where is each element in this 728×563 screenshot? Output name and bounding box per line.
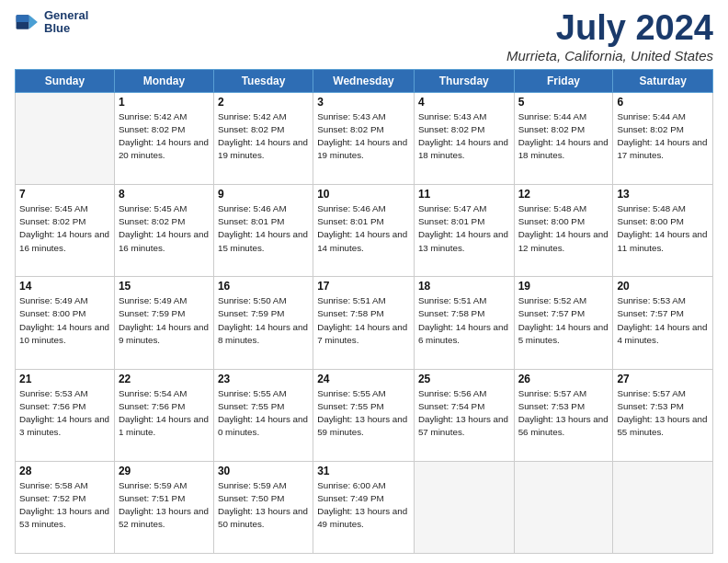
page-header: General Blue July 2024 Murrieta, Califor…: [15, 9, 713, 63]
cell-day-info: Sunrise: 5:56 AM Sunset: 7:54 PM Dayligh…: [418, 387, 510, 440]
cell-day-info: Sunrise: 5:52 AM Sunset: 7:57 PM Dayligh…: [518, 294, 609, 347]
cell-day-number: 11: [418, 188, 510, 201]
cell-day-number: 31: [317, 465, 410, 477]
cell-day-number: 27: [617, 373, 709, 385]
cell-day-info: Sunrise: 5:57 AM Sunset: 7:53 PM Dayligh…: [617, 387, 709, 440]
svg-rect-2: [17, 16, 29, 23]
calendar-cell: 11Sunrise: 5:47 AM Sunset: 8:01 PM Dayli…: [414, 185, 514, 277]
calendar-cell: 8Sunrise: 5:45 AM Sunset: 8:02 PM Daylig…: [114, 185, 213, 277]
calendar-cell: 4Sunrise: 5:43 AM Sunset: 8:02 PM Daylig…: [414, 92, 514, 184]
cell-day-number: 28: [19, 465, 110, 477]
calendar-cell: 17Sunrise: 5:51 AM Sunset: 7:58 PM Dayli…: [313, 277, 415, 369]
cell-day-number: 20: [617, 280, 709, 293]
header-day: Monday: [114, 69, 213, 92]
cell-day-number: 8: [119, 188, 210, 201]
calendar-cell: 5Sunrise: 5:44 AM Sunset: 8:02 PM Daylig…: [514, 92, 613, 184]
cell-day-info: Sunrise: 5:54 AM Sunset: 7:56 PM Dayligh…: [119, 387, 210, 440]
calendar-cell: 26Sunrise: 5:57 AM Sunset: 7:53 PM Dayli…: [514, 369, 613, 461]
cell-day-info: Sunrise: 5:51 AM Sunset: 7:58 PM Dayligh…: [418, 294, 510, 347]
calendar-cell: 1Sunrise: 5:42 AM Sunset: 8:02 PM Daylig…: [114, 92, 213, 184]
calendar-cell: 22Sunrise: 5:54 AM Sunset: 7:56 PM Dayli…: [114, 369, 213, 461]
calendar-cell: 14Sunrise: 5:49 AM Sunset: 8:00 PM Dayli…: [16, 277, 115, 369]
calendar-cell: 15Sunrise: 5:49 AM Sunset: 7:59 PM Dayli…: [114, 277, 213, 369]
cell-day-info: Sunrise: 5:50 AM Sunset: 7:59 PM Dayligh…: [218, 294, 309, 347]
title-block: July 2024 Murrieta, California, United S…: [506, 9, 713, 63]
cell-day-number: 6: [617, 96, 709, 109]
cell-day-number: 25: [418, 373, 510, 385]
header-day: Sunday: [16, 69, 115, 92]
cell-day-info: Sunrise: 5:47 AM Sunset: 8:01 PM Dayligh…: [418, 202, 510, 255]
header-day: Friday: [514, 69, 613, 92]
logo-text: General Blue: [44, 9, 88, 36]
cell-day-info: Sunrise: 5:59 AM Sunset: 7:51 PM Dayligh…: [119, 479, 210, 532]
calendar-cell: 7Sunrise: 5:45 AM Sunset: 8:02 PM Daylig…: [16, 185, 115, 277]
calendar-table: SundayMondayTuesdayWednesdayThursdayFrid…: [15, 69, 713, 554]
calendar-cell: [16, 92, 115, 184]
cell-day-info: Sunrise: 5:45 AM Sunset: 8:02 PM Dayligh…: [19, 202, 110, 255]
calendar-cell: 13Sunrise: 5:48 AM Sunset: 8:00 PM Dayli…: [613, 185, 713, 277]
cell-day-info: Sunrise: 5:48 AM Sunset: 8:00 PM Dayligh…: [617, 202, 709, 255]
header-day: Saturday: [613, 69, 713, 92]
cell-day-info: Sunrise: 5:55 AM Sunset: 7:55 PM Dayligh…: [317, 387, 410, 440]
cell-day-number: 19: [518, 280, 609, 293]
calendar-header-row: SundayMondayTuesdayWednesdayThursdayFrid…: [16, 69, 713, 92]
header-day: Tuesday: [213, 69, 313, 92]
cell-day-info: Sunrise: 5:59 AM Sunset: 7:50 PM Dayligh…: [218, 479, 309, 532]
svg-marker-1: [29, 16, 38, 30]
cell-day-number: 13: [617, 188, 709, 201]
cell-day-number: 16: [218, 280, 309, 293]
cell-day-info: Sunrise: 5:49 AM Sunset: 8:00 PM Dayligh…: [19, 294, 110, 347]
cell-day-number: 7: [19, 188, 110, 201]
calendar-week-row: 7Sunrise: 5:45 AM Sunset: 8:02 PM Daylig…: [16, 185, 713, 277]
header-day: Thursday: [414, 69, 514, 92]
calendar-cell: [414, 461, 514, 553]
cell-day-number: 24: [317, 373, 410, 385]
calendar-cell: 24Sunrise: 5:55 AM Sunset: 7:55 PM Dayli…: [313, 369, 415, 461]
calendar-cell: [514, 461, 613, 553]
calendar-cell: 23Sunrise: 5:55 AM Sunset: 7:55 PM Dayli…: [213, 369, 313, 461]
cell-day-info: Sunrise: 5:44 AM Sunset: 8:02 PM Dayligh…: [518, 110, 609, 163]
cell-day-number: 26: [518, 373, 609, 385]
calendar-cell: 25Sunrise: 5:56 AM Sunset: 7:54 PM Dayli…: [414, 369, 514, 461]
cell-day-number: 21: [19, 373, 110, 385]
header-day: Wednesday: [313, 69, 415, 92]
calendar-cell: [613, 461, 713, 553]
cell-day-number: 2: [218, 96, 309, 109]
calendar-cell: 16Sunrise: 5:50 AM Sunset: 7:59 PM Dayli…: [213, 277, 313, 369]
cell-day-number: 4: [418, 96, 510, 109]
calendar-week-row: 1Sunrise: 5:42 AM Sunset: 8:02 PM Daylig…: [16, 92, 713, 184]
cell-day-info: Sunrise: 5:42 AM Sunset: 8:02 PM Dayligh…: [119, 110, 210, 163]
cell-day-info: Sunrise: 5:42 AM Sunset: 8:02 PM Dayligh…: [218, 110, 309, 163]
cell-day-number: 22: [119, 373, 210, 385]
cell-day-number: 18: [418, 280, 510, 293]
calendar-cell: 2Sunrise: 5:42 AM Sunset: 8:02 PM Daylig…: [213, 92, 313, 184]
cell-day-info: Sunrise: 5:58 AM Sunset: 7:52 PM Dayligh…: [19, 479, 110, 532]
cell-day-info: Sunrise: 5:53 AM Sunset: 7:57 PM Dayligh…: [617, 294, 709, 347]
calendar-cell: 27Sunrise: 5:57 AM Sunset: 7:53 PM Dayli…: [613, 369, 713, 461]
calendar-week-row: 21Sunrise: 5:53 AM Sunset: 7:56 PM Dayli…: [16, 369, 713, 461]
cell-day-number: 12: [518, 188, 609, 201]
calendar-cell: 29Sunrise: 5:59 AM Sunset: 7:51 PM Dayli…: [114, 461, 213, 553]
cell-day-info: Sunrise: 5:49 AM Sunset: 7:59 PM Dayligh…: [119, 294, 210, 347]
cell-day-info: Sunrise: 5:43 AM Sunset: 8:02 PM Dayligh…: [418, 110, 510, 163]
cell-day-info: Sunrise: 6:00 AM Sunset: 7:49 PM Dayligh…: [317, 479, 410, 532]
cell-day-number: 9: [218, 188, 309, 201]
calendar-header: SundayMondayTuesdayWednesdayThursdayFrid…: [16, 69, 713, 92]
subtitle: Murrieta, California, United States: [506, 48, 713, 63]
calendar-cell: 19Sunrise: 5:52 AM Sunset: 7:57 PM Dayli…: [514, 277, 613, 369]
calendar-cell: 10Sunrise: 5:46 AM Sunset: 8:01 PM Dayli…: [313, 185, 415, 277]
calendar-week-row: 28Sunrise: 5:58 AM Sunset: 7:52 PM Dayli…: [16, 461, 713, 553]
cell-day-info: Sunrise: 5:48 AM Sunset: 8:00 PM Dayligh…: [518, 202, 609, 255]
cell-day-info: Sunrise: 5:43 AM Sunset: 8:02 PM Dayligh…: [317, 110, 410, 163]
cell-day-number: 5: [518, 96, 609, 109]
cell-day-number: 10: [317, 188, 410, 201]
cell-day-info: Sunrise: 5:44 AM Sunset: 8:02 PM Dayligh…: [617, 110, 709, 163]
cell-day-number: 1: [119, 96, 210, 109]
calendar-cell: 3Sunrise: 5:43 AM Sunset: 8:02 PM Daylig…: [313, 92, 415, 184]
calendar-week-row: 14Sunrise: 5:49 AM Sunset: 8:00 PM Dayli…: [16, 277, 713, 369]
cell-day-info: Sunrise: 5:57 AM Sunset: 7:53 PM Dayligh…: [518, 387, 609, 440]
cell-day-info: Sunrise: 5:51 AM Sunset: 7:58 PM Dayligh…: [317, 294, 410, 347]
calendar-cell: 18Sunrise: 5:51 AM Sunset: 7:58 PM Dayli…: [414, 277, 514, 369]
calendar-cell: 30Sunrise: 5:59 AM Sunset: 7:50 PM Dayli…: [213, 461, 313, 553]
cell-day-info: Sunrise: 5:53 AM Sunset: 7:56 PM Dayligh…: [19, 387, 110, 440]
